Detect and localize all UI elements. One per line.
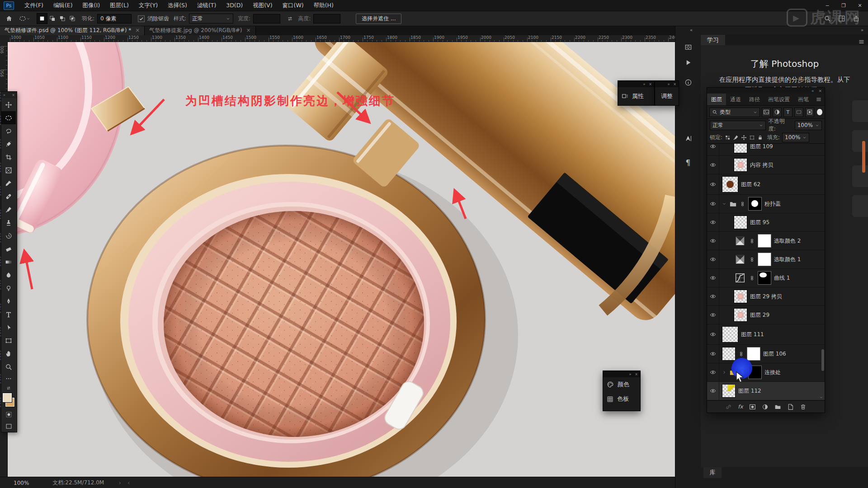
- layer-row[interactable]: 图层 111: [707, 324, 825, 345]
- type-tool[interactable]: [1, 308, 16, 321]
- eraser-tool[interactable]: [1, 242, 16, 255]
- learn-topic-card[interactable]: [852, 130, 868, 152]
- tab-color[interactable]: 颜色: [603, 377, 640, 392]
- layer-mask-thumbnail[interactable]: [748, 197, 762, 211]
- new-layer-icon[interactable]: [787, 404, 794, 410]
- gradient-tool[interactable]: [1, 255, 16, 268]
- layer-row[interactable]: 图层 95: [707, 213, 825, 232]
- filter-adjustment-layers-icon[interactable]: [773, 108, 782, 117]
- layer-thumbnail[interactable]: [722, 326, 738, 343]
- close-icon[interactable]: ×: [649, 82, 652, 86]
- chevron-right-icon[interactable]: [118, 481, 122, 485]
- layer-row[interactable]: 图层 29 拷贝: [707, 287, 825, 306]
- tab-通道[interactable]: 通道: [726, 94, 745, 105]
- collapse-panel-icon[interactable]: «: [811, 89, 814, 93]
- layer-thumbnail[interactable]: [722, 347, 736, 361]
- close-panel-icon[interactable]: ×: [818, 89, 822, 93]
- layer-row[interactable]: 选取颜色 2: [707, 232, 825, 250]
- layer-name[interactable]: 内容 拷贝: [750, 161, 774, 169]
- layer-name[interactable]: 选取颜色 2: [774, 237, 801, 245]
- close-toolbar-icon[interactable]: ×: [12, 93, 15, 97]
- visibility-eye-icon[interactable]: [707, 324, 719, 344]
- layer-filter-dropdown[interactable]: 类型: [709, 108, 760, 117]
- panel-menu-icon[interactable]: [816, 96, 822, 103]
- menu-item[interactable]: 图层(L): [105, 0, 134, 11]
- menu-item[interactable]: 视图(V): [248, 0, 277, 11]
- clone-stamp-tool[interactable]: [1, 216, 16, 229]
- learn-scrollbar[interactable]: [862, 141, 865, 173]
- crop-tool[interactable]: [1, 150, 16, 164]
- hand-tool[interactable]: [1, 347, 16, 360]
- move-tool[interactable]: [1, 98, 16, 111]
- layer-row[interactable]: 选取颜色 1: [707, 250, 825, 269]
- info-icon[interactable]: [682, 76, 694, 89]
- menu-item[interactable]: 3D(D): [221, 0, 248, 11]
- tab-swatches[interactable]: 色板: [603, 392, 640, 406]
- edit-toolbar-icon[interactable]: [1, 373, 16, 384]
- layer-name[interactable]: 曲线 1: [774, 274, 790, 282]
- tab-properties[interactable]: 属性: [618, 87, 654, 105]
- intersect-selection-mode-icon[interactable]: [67, 14, 77, 23]
- zoom-tool[interactable]: [1, 360, 16, 373]
- layer-name[interactable]: 选取颜色 1: [774, 256, 801, 263]
- shape-tool[interactable]: [1, 334, 16, 347]
- play-icon[interactable]: [682, 56, 694, 69]
- layer-name[interactable]: 图层 29: [750, 311, 769, 319]
- height-input[interactable]: [313, 14, 340, 23]
- layers-scrollbar[interactable]: [821, 349, 824, 371]
- new-group-icon[interactable]: [774, 404, 781, 410]
- expand-icon[interactable]: »: [629, 372, 631, 376]
- tab-画笔[interactable]: 画笔: [794, 94, 813, 105]
- filter-shape-layers-icon[interactable]: [794, 108, 803, 117]
- history-brush-tool[interactable]: [1, 229, 16, 242]
- expand-icon[interactable]: »: [667, 82, 670, 86]
- visibility-eye-icon[interactable]: [707, 232, 719, 250]
- layer-thumbnail[interactable]: [734, 144, 747, 153]
- eyedropper-tool[interactable]: [1, 177, 16, 190]
- minimize-button[interactable]: ─: [819, 0, 835, 11]
- fill-dropdown[interactable]: 100%: [782, 133, 809, 142]
- mask-link-icon[interactable]: [749, 257, 755, 263]
- lock-artboard-icon[interactable]: [749, 135, 755, 141]
- lock-pixels-icon[interactable]: [733, 135, 739, 141]
- quick-mask-icon[interactable]: [1, 408, 16, 420]
- swap-colors-icon[interactable]: [1, 384, 16, 392]
- add-selection-mode-icon[interactable]: [47, 14, 57, 23]
- search-icon[interactable]: [824, 15, 831, 22]
- visibility-eye-icon[interactable]: [707, 345, 719, 363]
- current-tool-icon[interactable]: [19, 15, 26, 22]
- restore-button[interactable]: ❐: [835, 0, 852, 11]
- lock-all-icon[interactable]: [757, 135, 763, 141]
- menu-item[interactable]: 帮助(H): [309, 0, 339, 11]
- filter-toggle[interactable]: [817, 109, 822, 115]
- layer-name[interactable]: 连接处: [764, 369, 781, 376]
- collapse-panels-icon[interactable]: «: [690, 28, 693, 33]
- tab-画笔设置[interactable]: 画笔设置: [764, 94, 794, 105]
- curves-icon[interactable]: [734, 272, 746, 284]
- close-tab-icon[interactable]: ×: [135, 27, 140, 33]
- visibility-eye-icon[interactable]: [707, 144, 719, 155]
- zoom-level-field[interactable]: 100%: [14, 480, 29, 486]
- visibility-eye-icon[interactable]: [707, 306, 719, 324]
- screen-mode-icon[interactable]: [1, 420, 16, 432]
- layer-mask-thumbnail[interactable]: [758, 271, 771, 285]
- mask-link-icon[interactable]: [738, 351, 744, 357]
- chevron-down-icon[interactable]: [26, 17, 30, 21]
- tab-路径[interactable]: 路径: [745, 94, 764, 105]
- brush-tool[interactable]: [1, 203, 16, 216]
- healing-brush-tool[interactable]: [1, 190, 16, 203]
- layer-thumbnail[interactable]: [722, 384, 736, 398]
- layer-thumbnail[interactable]: [722, 176, 738, 192]
- layer-row[interactable]: 曲线 1: [707, 269, 825, 287]
- learn-topic-card[interactable]: [852, 100, 868, 122]
- blend-mode-dropdown[interactable]: 正常: [710, 121, 766, 130]
- tab-图层[interactable]: 图层: [707, 94, 726, 105]
- close-icon[interactable]: ×: [635, 372, 638, 376]
- visibility-eye-icon[interactable]: [707, 195, 719, 213]
- layer-thumbnail[interactable]: [734, 290, 747, 303]
- character-panel-icon[interactable]: [682, 132, 694, 145]
- menu-item[interactable]: 图像(I): [78, 0, 105, 11]
- expand-icon[interactable]: »: [643, 82, 645, 86]
- antialias-checkbox[interactable]: [138, 15, 145, 22]
- visibility-eye-icon[interactable]: [707, 174, 719, 194]
